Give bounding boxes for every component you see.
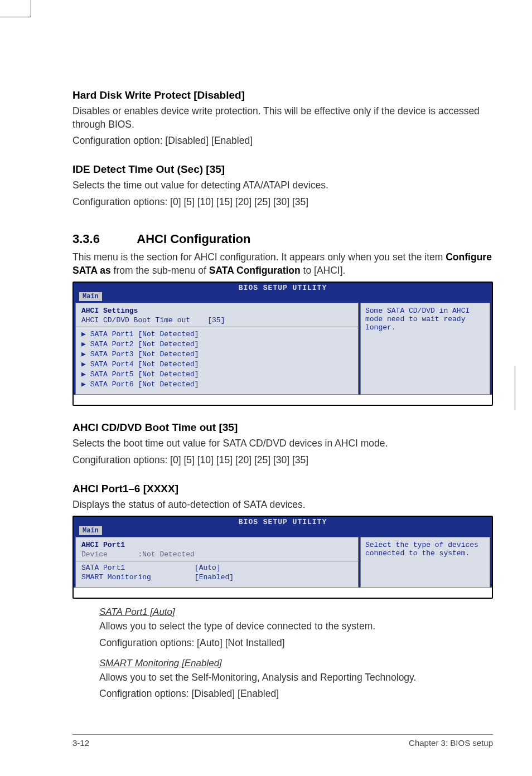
- section-number: 3.3.6: [72, 232, 134, 246]
- heading-hard-disk-write-protect: Hard Disk Write Protect [Disabled]: [72, 89, 493, 101]
- text: to [AHCI].: [301, 265, 346, 276]
- bios-row-sata-port[interactable]: ▶ SATA Port2 [Not Detected]: [81, 340, 352, 348]
- bios-help-pane: Some SATA CD/DVD in AHCI mode need to wa…: [360, 303, 490, 395]
- torn-edge: [74, 395, 492, 405]
- body-text: Selects the boot time out value for SATA…: [72, 437, 493, 450]
- bios-left-pane: AHCI Port1 Device :Not Detected SATA Por…: [75, 537, 359, 588]
- heading-ahci-boot-timeout: AHCI CD/DVD Boot Time out [35]: [72, 421, 493, 434]
- arrow-icon: ▶: [81, 380, 90, 389]
- label: SATA Port6 [Not Detected]: [90, 380, 199, 389]
- chapter-label: Chapter 3: BIOS setup: [409, 738, 493, 748]
- label: SATA Port1: [81, 564, 125, 572]
- bios-row-device: Device :Not Detected: [81, 550, 352, 559]
- value: [35]: [207, 316, 225, 324]
- sub-heading-sata-port1: SATA Port1 [Auto]: [99, 607, 493, 618]
- page-footer: 3-12 Chapter 3: BIOS setup: [72, 734, 493, 748]
- bios-row-sata-port1[interactable]: SATA Port1 [Auto]: [81, 564, 352, 572]
- bios-title: BIOS SETUP UTILITY: [74, 283, 492, 292]
- heading-ahci-ports: AHCI Port1–6 [XXXX]: [72, 483, 493, 495]
- bios-row-smart-monitoring[interactable]: SMART Monitoring [Enabled]: [81, 573, 352, 581]
- bios-left-pane: AHCI Settings AHCI CD/DVD Boot Time out …: [75, 303, 359, 395]
- body-text: Disables or enables device write protect…: [72, 105, 493, 131]
- bios-row-sata-port[interactable]: ▶ SATA Port1 [Not Detected]: [81, 329, 352, 338]
- body-text: Configuration option: [Disabled] [Enable…: [72, 134, 493, 148]
- arrow-icon: ▶: [81, 360, 90, 368]
- bios-heading: AHCI Port1: [81, 541, 352, 549]
- label: SATA Port4 [Not Detected]: [90, 360, 199, 368]
- page-number: 3-12: [72, 738, 89, 748]
- body-text: This menu is the section for AHCI config…: [72, 251, 493, 277]
- value: [Enabled]: [195, 573, 234, 581]
- crop-mark: [515, 366, 515, 410]
- label: Device: [81, 550, 108, 559]
- body-text: Configration options: [Disabled] [Enable…: [99, 687, 493, 701]
- bold-text: SATA Configuration: [209, 265, 301, 276]
- page-content: Hard Disk Write Protect [Disabled] Disab…: [0, 0, 532, 770]
- arrow-icon: ▶: [81, 350, 90, 358]
- label: SMART Monitoring: [81, 573, 151, 581]
- bios-heading: AHCI Settings: [81, 307, 352, 315]
- bios-panel-ahci-settings: BIOS SETUP UTILITY Main AHCI Settings AH…: [72, 282, 493, 406]
- bios-panel-ahci-port1: BIOS SETUP UTILITY Main AHCI Port1 Devic…: [72, 516, 493, 599]
- bios-tab-main[interactable]: Main: [79, 292, 102, 301]
- label: SATA Port5 [Not Detected]: [90, 370, 199, 379]
- body-text: Allows you to select the type of device …: [99, 620, 493, 633]
- bios-row-boot-timeout[interactable]: AHCI CD/DVD Boot Time out [35]: [81, 316, 352, 324]
- arrow-icon: ▶: [81, 340, 90, 348]
- label: AHCI CD/DVD Boot Time out: [81, 316, 190, 324]
- heading-ide-detect-timeout: IDE Detect Time Out (Sec) [35]: [72, 163, 493, 176]
- label: SATA Port2 [Not Detected]: [90, 340, 199, 348]
- torn-edge: [74, 588, 492, 598]
- label: SATA Port3 [Not Detected]: [90, 350, 199, 358]
- body-text: Displays the status of auto-detection of…: [72, 498, 493, 512]
- bios-row-sata-port[interactable]: ▶ SATA Port4 [Not Detected]: [81, 360, 352, 368]
- bios-row-sata-port[interactable]: ▶ SATA Port5 [Not Detected]: [81, 370, 352, 379]
- text: This menu is the section for AHCI config…: [72, 251, 446, 263]
- section-heading: 3.3.6 AHCI Configuration: [72, 232, 493, 246]
- body-text: Configuration options: [Auto] [Not Insta…: [99, 637, 493, 650]
- arrow-icon: ▶: [81, 370, 90, 379]
- body-text: Selects the time out value for detecting…: [72, 179, 493, 192]
- body-text: Allows you to set the Self-Monitoring, A…: [99, 671, 493, 685]
- bios-title: BIOS SETUP UTILITY: [74, 517, 492, 526]
- sub-heading-smart-monitoring: SMART Monitoring [Enabled]: [99, 658, 493, 669]
- bios-help-pane: Select the type of devices connected to …: [360, 537, 490, 588]
- bios-row-sata-port[interactable]: ▶ SATA Port3 [Not Detected]: [81, 350, 352, 358]
- body-text: Congifuration options: [0] [5] [10] [15]…: [72, 454, 493, 467]
- bios-row-sata-port[interactable]: ▶ SATA Port6 [Not Detected]: [81, 380, 352, 389]
- bios-tab-main[interactable]: Main: [79, 526, 102, 535]
- value: :Not Detected: [138, 550, 194, 559]
- value: [Auto]: [195, 564, 221, 572]
- arrow-icon: ▶: [81, 330, 90, 338]
- crop-mark: [31, 0, 31, 17]
- body-text: Configuration options: [0] [5] [10] [15]…: [72, 196, 493, 209]
- crop-mark: [0, 17, 31, 17]
- divider: [76, 561, 358, 561]
- sub-item-block: SATA Port1 [Auto] Allows you to select t…: [99, 607, 493, 701]
- text: from the sub-menu of: [111, 265, 209, 276]
- label: SATA Port1 [Not Detected]: [90, 330, 199, 338]
- divider: [76, 327, 358, 327]
- section-title: AHCI Configuration: [137, 232, 250, 246]
